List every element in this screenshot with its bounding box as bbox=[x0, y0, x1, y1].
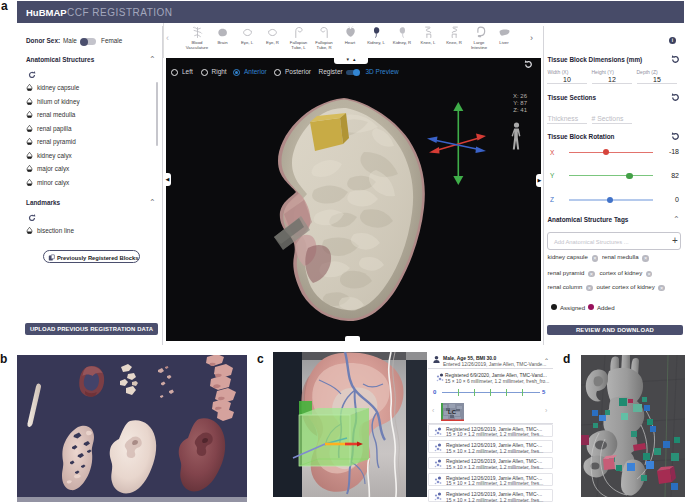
svg-text:LC: LC bbox=[448, 409, 457, 415]
